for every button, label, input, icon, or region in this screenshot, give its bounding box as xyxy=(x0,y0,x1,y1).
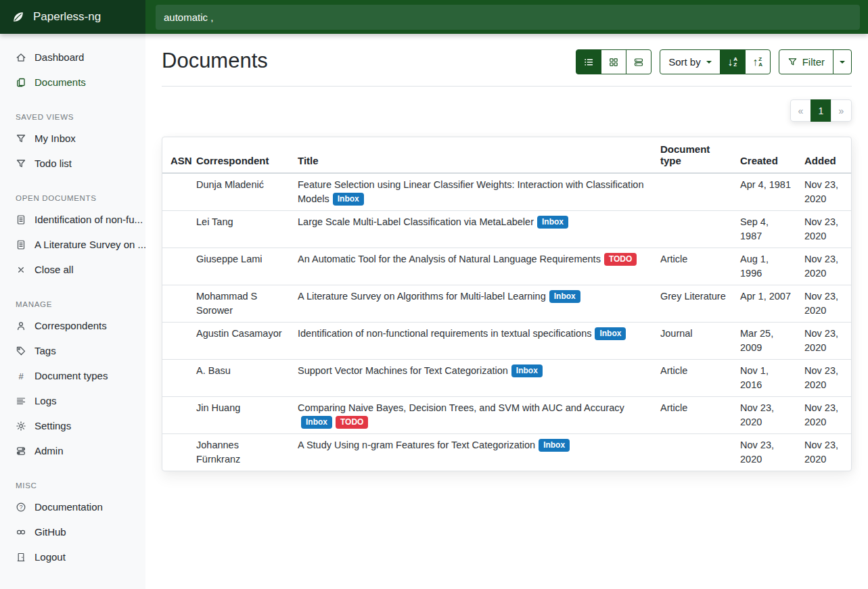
cell-added: Nov 23, 2020 xyxy=(798,360,851,397)
search-input[interactable] xyxy=(156,5,860,30)
tag-badge-inbox[interactable]: Inbox xyxy=(301,416,332,429)
sort-by-button[interactable]: Sort by xyxy=(660,49,721,74)
sidebar-item-label: Documents xyxy=(35,76,86,88)
sort-group: Sort by ↓AZ ↑ZA xyxy=(660,49,771,74)
header-asn[interactable]: ASN xyxy=(162,137,189,173)
cell-document-type xyxy=(654,434,733,471)
header-document-type[interactable]: Document type xyxy=(654,137,733,173)
correspondent-link[interactable]: Dunja Mladenić xyxy=(196,179,264,190)
funnel-icon xyxy=(16,133,26,144)
sidebar-item-documentation[interactable]: ? Documentation xyxy=(0,494,145,519)
caret-down-icon xyxy=(706,61,712,66)
sidebar-item-todo-list[interactable]: Todo list xyxy=(0,151,145,176)
sidebar-item-logs[interactable]: Logs xyxy=(0,388,145,413)
view-toggle-group xyxy=(576,49,652,74)
top-navbar: Paperless-ng xyxy=(0,0,868,34)
pagination-prev-button[interactable]: « xyxy=(790,99,811,122)
correspondent-link[interactable]: Lei Tang xyxy=(196,216,233,227)
cell-created: Nov 23, 2020 xyxy=(733,434,798,471)
sidebar-item-dashboard[interactable]: Dashboard xyxy=(0,45,145,70)
stack-view-icon xyxy=(633,57,644,68)
sidebar-item-logout[interactable]: Logout xyxy=(0,544,145,569)
sidebar-item-correspondents[interactable]: Correspondents xyxy=(0,313,145,338)
grid-view-button[interactable] xyxy=(601,49,626,74)
cell-asn xyxy=(162,173,189,211)
open-document-label: Identification of non-fu... xyxy=(35,214,143,225)
correspondent-link[interactable]: Agustin Casamayor xyxy=(196,328,282,339)
document-title-link[interactable]: An Automatic Tool for the Analysis of Na… xyxy=(298,254,601,264)
document-title-link[interactable]: A Study Using n-gram Features for Text C… xyxy=(298,440,535,450)
caret-down-icon xyxy=(840,61,845,66)
pagination-page-1[interactable]: 1 xyxy=(810,99,831,122)
app-brand[interactable]: Paperless-ng xyxy=(0,0,145,34)
cell-document-type xyxy=(654,211,733,248)
correspondent-link[interactable]: Giuseppe Lami xyxy=(196,254,262,264)
cell-correspondent: Mohammad S Sorower xyxy=(189,285,291,323)
open-document-label: A Literature Survey on ... xyxy=(35,239,145,250)
sidebar: Dashboard Documents SAVED VIEWS My Inbox… xyxy=(0,34,145,589)
sort-ascending-button[interactable]: ↑ZA xyxy=(745,49,771,74)
document-title-link[interactable]: Large Scale Multi-Label Classification v… xyxy=(298,216,534,227)
document-title-link[interactable]: Support Vector Machines for Text Categor… xyxy=(298,365,508,376)
sidebar-item-settings[interactable]: Settings xyxy=(0,413,145,438)
close-icon xyxy=(16,264,26,275)
sidebar-item-documents[interactable]: Documents xyxy=(0,70,145,95)
correspondent-link[interactable]: Johannes Fürnkranz xyxy=(196,440,240,465)
tag-badge-inbox[interactable]: Inbox xyxy=(537,216,568,229)
header-title[interactable]: Title xyxy=(291,137,654,173)
cell-asn xyxy=(162,397,189,434)
header-created[interactable]: Created xyxy=(733,137,798,173)
cell-correspondent: Dunja Mladenić xyxy=(189,173,291,211)
sidebar-item-github[interactable]: GitHub xyxy=(0,519,145,544)
header-added[interactable]: Added xyxy=(798,137,851,173)
tag-badge-inbox[interactable]: Inbox xyxy=(595,327,626,340)
header-correspondent[interactable]: Correspondent xyxy=(189,137,291,173)
tag-icon xyxy=(16,346,26,356)
link-icon xyxy=(16,527,26,538)
cell-created: Apr 1, 2007 xyxy=(733,285,798,323)
document-row: Johannes Fürnkranz A Study Using n-gram … xyxy=(162,434,851,471)
cell-title: An Automatic Tool for the Analysis of Na… xyxy=(291,248,654,285)
sidebar-item-tags[interactable]: Tags xyxy=(0,338,145,363)
sort-descending-button[interactable]: ↓AZ xyxy=(720,49,746,74)
toolbar: Sort by ↓AZ ↑ZA xyxy=(576,49,852,74)
sidebar-item-my-inbox[interactable]: My Inbox xyxy=(0,126,145,151)
cell-title: Feature Selection using Linear Classifie… xyxy=(291,173,654,211)
cell-asn xyxy=(162,360,189,397)
sidebar-open-doc-1[interactable]: Identification of non-fu... xyxy=(0,207,145,232)
cell-title: Support Vector Machines for Text Categor… xyxy=(291,360,654,397)
tag-badge-todo[interactable]: TODO xyxy=(336,416,368,429)
sidebar-item-admin[interactable]: Admin xyxy=(0,438,145,463)
pagination-next-button[interactable]: » xyxy=(831,99,852,122)
sidebar-item-document-types[interactable]: # Document types xyxy=(0,363,145,388)
tag-badge-inbox[interactable]: Inbox xyxy=(549,290,580,303)
tag-badge-inbox[interactable]: Inbox xyxy=(539,439,570,452)
list-view-button[interactable] xyxy=(576,49,601,74)
funnel-icon xyxy=(787,57,798,67)
filter-dropdown-button[interactable] xyxy=(833,49,852,74)
tag-badge-inbox[interactable]: Inbox xyxy=(333,193,364,206)
sidebar-close-all[interactable]: Close all xyxy=(0,257,145,282)
sidebar-item-label: Documentation xyxy=(35,501,103,513)
svg-text:?: ? xyxy=(20,504,23,511)
document-title-link[interactable]: Identification of non-functional require… xyxy=(298,328,591,339)
toggles-icon xyxy=(16,446,26,456)
tag-badge-todo[interactable]: TODO xyxy=(604,253,637,266)
navbar-search-area xyxy=(145,0,868,34)
cell-asn xyxy=(162,285,189,323)
tag-badge-inbox[interactable]: Inbox xyxy=(511,364,543,377)
filter-button[interactable]: Filter xyxy=(779,49,833,74)
correspondent-link[interactable]: A. Basu xyxy=(196,365,231,376)
list-lines-icon xyxy=(16,396,26,406)
cell-document-type: Grey Literature xyxy=(654,285,733,323)
cell-created: Aug 1, 1996 xyxy=(733,248,798,285)
correspondent-link[interactable]: Mohammad S Sorower xyxy=(196,291,257,316)
document-title-link[interactable]: A Literature Survey on Algorithms for Mu… xyxy=(298,291,546,302)
documents-table-card: ASN Correspondent Title Document type Cr… xyxy=(162,137,852,471)
sidebar-item-label: My Inbox xyxy=(35,133,76,144)
sidebar-open-doc-2[interactable]: A Literature Survey on ... xyxy=(0,232,145,257)
cell-title: A Literature Survey on Algorithms for Mu… xyxy=(291,285,654,323)
correspondent-link[interactable]: Jin Huang xyxy=(196,402,240,413)
detail-view-button[interactable] xyxy=(626,49,652,74)
document-title-link[interactable]: Comparing Naive Bayes, Decision Trees, a… xyxy=(298,402,624,413)
